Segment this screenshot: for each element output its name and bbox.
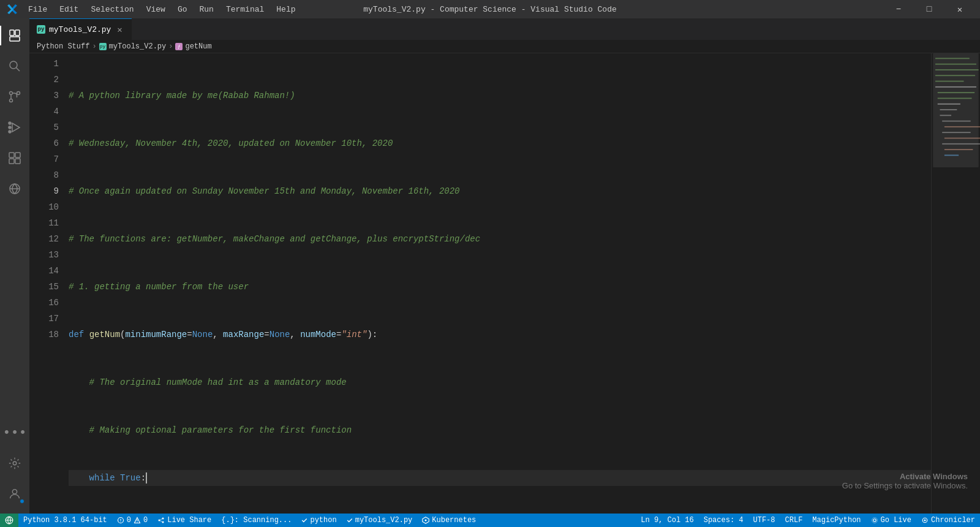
breadcrumb-py-icon: py: [99, 43, 107, 50]
svg-rect-0: [10, 30, 14, 36]
chronicler-status[interactable]: Chronicler: [916, 514, 980, 527]
breadcrumb: Python Stuff › py myTools_V2.py › ƒ getN…: [29, 40, 980, 53]
line-num-5: 5: [29, 119, 59, 135]
python-version-label: Python 3.8.1 64-bit: [23, 516, 107, 525]
svg-point-52: [873, 519, 876, 522]
svg-point-6: [17, 92, 20, 95]
warnings-count: 0: [143, 516, 148, 525]
live-share-label: Live Share: [167, 516, 211, 525]
code-line-8: # Making optional parameters for the fir…: [69, 422, 931, 438]
spaces-status[interactable]: Spaces: 4: [699, 514, 748, 527]
encoding-status[interactable]: UTF-8: [748, 514, 780, 527]
line-numbers: 1 2 3 4 5 6 7 8 9 10 11 12 13 14 15 16 1…: [29, 53, 66, 514]
code-line-1: # A python library made by me(Rabab Rahm…: [69, 88, 931, 104]
svg-line-49: [160, 521, 162, 522]
kubernetes-label: Kubernetes: [432, 516, 476, 525]
menu-help[interactable]: Help: [271, 4, 300, 15]
svg-rect-1: [10, 37, 20, 41]
remote-indicator[interactable]: [0, 514, 18, 527]
minimize-button[interactable]: −: [884, 0, 913, 18]
breadcrumb-getnum[interactable]: getNum: [185, 42, 211, 51]
svg-point-5: [10, 92, 13, 95]
menu-run[interactable]: Run: [194, 4, 218, 15]
line-num-10: 10: [29, 199, 59, 215]
line-ending-status[interactable]: CRLF: [780, 514, 808, 527]
check-python-status[interactable]: python: [296, 514, 341, 527]
code-content[interactable]: # A python library made by me(Rabab Rahm…: [66, 53, 931, 514]
main-layout: ••• py myTools_V2.py ✕: [0, 18, 980, 514]
chronicler-icon: [921, 517, 929, 524]
minimap: [931, 53, 980, 514]
svg-rect-2: [15, 30, 20, 36]
line-num-7: 7: [29, 151, 59, 167]
menu-go[interactable]: Go: [173, 4, 192, 15]
go-live-status[interactable]: Go Live: [866, 514, 916, 527]
window-controls: − □ ✕: [884, 0, 974, 18]
tab-mytools[interactable]: py myTools_V2.py ✕: [29, 18, 132, 40]
menu-edit[interactable]: Edit: [55, 4, 83, 15]
svg-point-9: [9, 126, 11, 129]
titlebar: File Edit Selection View Go Run Terminal…: [0, 0, 980, 18]
menu-file[interactable]: File: [23, 4, 52, 15]
code-line-7: # The original numMode had int as a mand…: [69, 374, 931, 390]
breadcrumb-filename[interactable]: myTools_V2.py: [109, 42, 167, 51]
source-control-icon[interactable]: [0, 82, 29, 112]
line-num-13: 13: [29, 247, 59, 263]
menu-terminal[interactable]: Terminal: [221, 4, 269, 15]
check-file-status[interactable]: myTools_V2.py: [342, 514, 418, 527]
line-num-9: 9: [29, 183, 59, 199]
explorer-icon[interactable]: [0, 21, 29, 50]
errors-count: 0: [127, 516, 131, 525]
account-icon[interactable]: [0, 479, 29, 509]
line-num-11: 11: [29, 215, 59, 231]
kubernetes-icon: [422, 517, 429, 524]
go-live-label: Go Live: [881, 516, 911, 525]
error-icon: [117, 517, 124, 524]
code-line-5: # 1. getting a number from the user: [69, 279, 931, 295]
remote-explorer-icon[interactable]: [0, 174, 29, 203]
statusbar-right: Ln 9, Col 16 Spaces: 4 UTF-8 CRLF MagicP…: [636, 514, 980, 527]
svg-point-19: [12, 490, 17, 494]
ln-col-status[interactable]: Ln 9, Col 16: [636, 514, 698, 527]
kubernetes-status[interactable]: Kubernetes: [417, 514, 481, 527]
scanning-status[interactable]: {.}: Scanning...: [216, 514, 296, 527]
live-share-status[interactable]: Live Share: [153, 514, 216, 527]
extensions-icon[interactable]: [0, 143, 29, 173]
statusbar: Python 3.8.1 64-bit 0 0: [0, 514, 980, 527]
svg-point-44: [137, 521, 137, 522]
activity-bar-bottom: •••: [0, 418, 29, 514]
search-icon[interactable]: [0, 51, 29, 81]
svg-point-45: [159, 520, 160, 521]
activity-bar: •••: [0, 18, 29, 514]
errors-status[interactable]: 0 0: [112, 514, 153, 527]
settings-icon[interactable]: [0, 449, 29, 478]
titlebar-menu: File Edit Selection View Go Run Terminal…: [23, 4, 301, 15]
scanning-label: {.}: Scanning...: [221, 516, 292, 525]
tab-file-icon: py: [37, 25, 45, 34]
svg-point-18: [13, 461, 17, 465]
file-name-label: myTools_V2.py: [355, 516, 413, 525]
menu-selection[interactable]: Selection: [86, 4, 138, 15]
line-num-4: 4: [29, 104, 59, 119]
more-icon[interactable]: •••: [0, 418, 29, 447]
line-num-3: 3: [29, 88, 59, 104]
svg-point-41: [120, 521, 121, 522]
run-debug-icon[interactable]: [0, 113, 29, 142]
language-status[interactable]: MagicPython: [807, 514, 865, 527]
maximize-button[interactable]: □: [915, 0, 943, 18]
tab-close-button[interactable]: ✕: [115, 25, 124, 34]
check-icon: [301, 517, 307, 523]
code-editor[interactable]: 1 2 3 4 5 6 7 8 9 10 11 12 13 14 15 16 1…: [29, 53, 980, 514]
line-num-6: 6: [29, 135, 59, 151]
menu-view[interactable]: View: [141, 4, 170, 15]
code-line-4: # The functions are: getNumber, makeChan…: [69, 231, 931, 247]
breadcrumb-python-stuff[interactable]: Python Stuff: [37, 42, 89, 51]
close-button[interactable]: ✕: [946, 0, 974, 18]
svg-point-47: [162, 521, 164, 523]
breadcrumb-func-icon: ƒ: [175, 43, 183, 50]
python-version-status[interactable]: Python 3.8.1 64-bit: [18, 514, 112, 527]
svg-rect-15: [15, 159, 20, 164]
svg-point-51: [425, 520, 427, 521]
line-num-17: 17: [29, 311, 59, 327]
line-num-15: 15: [29, 279, 59, 295]
